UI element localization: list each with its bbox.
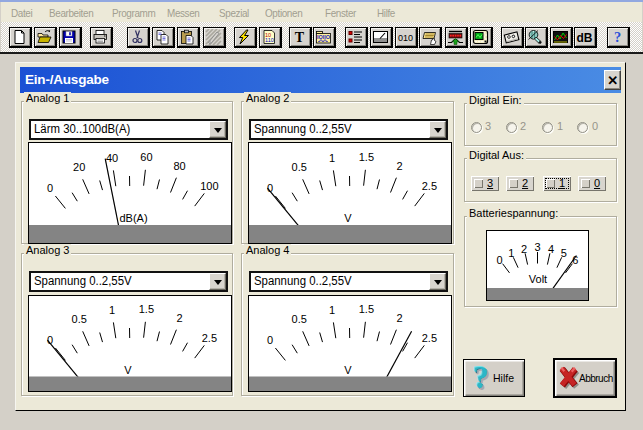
svg-text:110: 110 [265,37,274,43]
svg-text:0.5: 0.5 [292,313,307,325]
svg-text:2: 2 [521,243,527,255]
svg-text:dB(A): dB(A) [120,212,148,224]
svg-text:0.5: 0.5 [292,161,307,173]
svg-text:4: 4 [548,243,554,255]
svg-text:1.5: 1.5 [359,303,374,315]
svg-text:Volt: Volt [529,273,547,285]
svg-text:1: 1 [329,304,335,316]
svg-text:2.5: 2.5 [422,180,437,192]
svg-text:2: 2 [397,160,403,172]
svg-text:2.5: 2.5 [422,332,437,344]
svg-text:V: V [124,364,132,376]
svg-text:0: 0 [47,182,53,194]
svg-text:1.5: 1.5 [139,303,154,315]
svg-text:IOIIO: IOIIO [317,34,331,40]
svg-text:0.5: 0.5 [72,313,87,325]
svg-text:V: V [344,364,352,376]
svg-text:1: 1 [508,247,514,259]
svg-text:0: 0 [497,254,503,266]
svg-text:2.5: 2.5 [202,332,217,344]
svg-text:80: 80 [173,160,185,172]
svg-text:40: 40 [106,152,118,164]
svg-text:010: 010 [398,33,413,43]
svg-text:0: 0 [267,334,273,346]
svg-text:3: 3 [534,241,540,253]
svg-text:2: 2 [397,312,403,324]
svg-text:T: T [295,30,305,45]
svg-text:20: 20 [73,161,85,173]
svg-text:1: 1 [329,152,335,164]
svg-text:?: ? [614,29,621,45]
svg-text:60: 60 [140,151,152,163]
svg-text:1: 1 [109,304,115,316]
svg-text:100: 100 [200,180,218,192]
svg-text:dB: dB [577,31,593,45]
svg-text:V: V [344,212,352,224]
svg-text:2: 2 [177,312,183,324]
svg-text:5: 5 [561,247,567,259]
svg-text:1.5: 1.5 [359,151,374,163]
